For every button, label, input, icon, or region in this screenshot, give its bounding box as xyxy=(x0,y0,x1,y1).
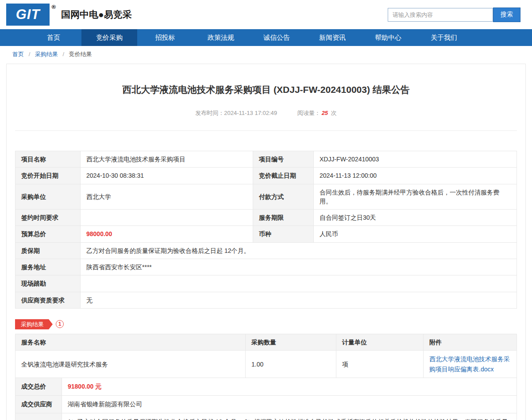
column-header: 服务名称 xyxy=(15,334,246,350)
breadcrumb-current: 竞价结果 xyxy=(69,51,92,57)
info-label: 签约时间要求 xyxy=(15,210,81,226)
nav-item-integrity[interactable]: 诚信公告 xyxy=(249,29,305,46)
site-logo[interactable]: GIT ® xyxy=(6,4,50,26)
result-summary-table: 成交总价 91800.00 元 成交供应商 湖南省银峰新能源有限公司 质保及售后… xyxy=(15,378,517,420)
info-value: 人民币 xyxy=(314,226,517,242)
announcement-card: 西北大学液流电池技术服务采购项目 (XDJJ-FW-202410003) 结果公… xyxy=(6,64,526,420)
column-header: 采购数量 xyxy=(246,334,336,350)
warranty-terms: 1）乙方对合同服务的质量保证期为验收合格后之日起 12 个月。 2）根据甲方按检… xyxy=(62,413,517,420)
table-header-row: 服务名称 采购数量 计量单位 附件 xyxy=(15,334,517,350)
purchase-result-table: 服务名称 采购数量 计量单位 附件 全钒液流电池课题研究技术服务 1.00 项 … xyxy=(15,334,517,378)
search-input[interactable] xyxy=(388,8,493,22)
views-unit: 次 xyxy=(331,110,337,116)
quantity-cell: 1.00 xyxy=(246,351,336,378)
nav-item-help[interactable]: 帮助中心 xyxy=(360,29,416,46)
table-row: 成交总价 91800.00 元 xyxy=(15,378,517,396)
attachment-cell: 西北大学液流电池技术服务采购项目响应偏离表.docx xyxy=(424,351,517,378)
table-row: 质保及售后服务 1）乙方对合同服务的质量保证期为验收合格后之日起 12 个月。 … xyxy=(15,413,517,420)
summary-label: 成交总价 xyxy=(15,378,62,396)
registered-mark-icon: ® xyxy=(51,4,56,10)
table-row: 项目名称 西北大学液流电池技术服务采购项目 项目编号 XDJJ-FW-20241… xyxy=(15,151,517,168)
nav-item-bidding-purchase[interactable]: 竞价采购 xyxy=(81,29,137,46)
purchase-result-section-header: 采购结果 1 xyxy=(15,319,517,329)
column-header: 计量单位 xyxy=(336,334,424,350)
winning-supplier: 湖南省银峰新能源有限公司 xyxy=(62,396,517,413)
info-label: 采购单位 xyxy=(15,184,81,210)
nav-item-home[interactable]: 首页 xyxy=(26,29,81,46)
table-row: 签约时间要求 服务期限 自合同签订之日30天 xyxy=(15,210,517,226)
info-value: 西北大学液流电池技术服务采购项目 xyxy=(81,151,253,168)
purchase-result-ribbon-badge: 采购结果 xyxy=(15,319,53,329)
nav-item-news[interactable]: 新闻资讯 xyxy=(305,29,360,46)
nav-item-tender[interactable]: 招投标 xyxy=(137,29,193,46)
table-row: 预算总价 98000.00 币种 人民币 xyxy=(15,226,517,242)
info-value: 2024-11-13 12:00:00 xyxy=(314,168,517,184)
unit-cell: 项 xyxy=(336,351,424,378)
attachment-link[interactable]: 西北大学液流电池技术服务采购项目响应偏离表.docx xyxy=(429,355,510,372)
info-label: 币种 xyxy=(253,226,314,242)
deal-total-price: 91800.00 元 xyxy=(62,378,517,396)
info-value: 无 xyxy=(81,292,517,308)
info-label: 预算总价 xyxy=(15,226,81,242)
table-row: 成交供应商 湖南省银峰新能源有限公司 xyxy=(15,396,517,413)
column-header: 附件 xyxy=(424,334,517,350)
info-value: XDJJ-FW-202410003 xyxy=(314,151,517,168)
info-label: 付款方式 xyxy=(253,184,314,210)
table-row: 质保期 乙方对合同服务的质量保证期为验收合格后之日起 12个月。 xyxy=(15,242,517,259)
info-value: 自合同签订之日30天 xyxy=(314,210,517,226)
table-row: 供应商资质要求 无 xyxy=(15,292,517,308)
info-label: 现场踏勘 xyxy=(15,275,81,292)
info-label: 项目名称 xyxy=(15,151,81,168)
table-row: 服务地址 陕西省西安市长安区**** xyxy=(15,259,517,275)
article-header: 西北大学液流电池技术服务采购项目 (XDJJ-FW-202410003) 结果公… xyxy=(15,64,517,131)
search-bar: 搜索 xyxy=(388,8,520,22)
breadcrumb-separator: / xyxy=(63,51,65,57)
table-row: 采购单位 西北大学 付款方式 合同生效后，待服务期满并经甲方验收合格后，一次性付… xyxy=(15,184,517,210)
info-label: 竞价开始日期 xyxy=(15,168,81,184)
info-value: 合同生效后，待服务期满并经甲方验收合格后，一次性付清服务费用。 xyxy=(314,184,517,210)
project-info-table: 项目名称 西北大学液流电池技术服务采购项目 项目编号 XDJJ-FW-20241… xyxy=(15,151,517,309)
info-value: 2024-10-30 08:38:31 xyxy=(81,168,253,184)
budget-total-value: 98000.00 xyxy=(81,226,253,242)
breadcrumb-home-link[interactable]: 首页 xyxy=(12,51,24,57)
top-header: GIT ® 国网中电●易竞采 搜索 xyxy=(0,0,532,29)
summary-label: 成交供应商 xyxy=(15,396,62,413)
service-name-cell: 全钒液流电池课题研究技术服务 xyxy=(15,351,246,378)
main-nav: 首页 竞价采购 招投标 政策法规 诚信公告 新闻资讯 帮助中心 关于我们 xyxy=(0,29,532,46)
info-value: 陕西省西安市长安区**** xyxy=(81,259,517,275)
publish-time-label: 发布时间： xyxy=(195,110,224,116)
breadcrumb: 首页 / 采购结果 / 竞价结果 xyxy=(0,46,532,62)
info-value: 西北大学 xyxy=(81,184,253,210)
table-row: 现场踏勘 xyxy=(15,275,517,292)
page-title: 西北大学液流电池技术服务采购项目 (XDJJ-FW-202410003) 结果公… xyxy=(15,84,517,96)
nav-item-about[interactable]: 关于我们 xyxy=(416,29,472,46)
summary-label: 质保及售后服务 xyxy=(15,413,62,420)
info-label: 项目编号 xyxy=(253,151,314,168)
info-value: 乙方对合同服务的质量保证期为验收合格后之日起 12个月。 xyxy=(81,242,517,259)
result-number-badge: 1 xyxy=(56,320,64,328)
views-count: 25 xyxy=(322,110,328,116)
breadcrumb-purchase-results-link[interactable]: 采购结果 xyxy=(35,51,58,57)
breadcrumb-separator: / xyxy=(29,51,31,57)
table-row: 全钒液流电池课题研究技术服务 1.00 项 西北大学液流电池技术服务采购项目响应… xyxy=(15,351,517,378)
info-value xyxy=(81,275,517,292)
info-label: 供应商资质要求 xyxy=(15,292,81,308)
table-row: 竞价开始日期 2024-10-30 08:38:31 竞价截止日期 2024-1… xyxy=(15,168,517,184)
info-value xyxy=(81,210,253,226)
info-label: 质保期 xyxy=(15,242,81,259)
info-label: 竞价截止日期 xyxy=(253,168,314,184)
views-label: 阅读量： xyxy=(297,110,320,116)
info-label: 服务期限 xyxy=(253,210,314,226)
site-name: 国网中电●易竞采 xyxy=(61,8,132,21)
publish-time-value: 2024-11-13 17:02:49 xyxy=(224,110,277,116)
article-meta: 发布时间：2024-11-13 17:02:49 阅读量：25 次 xyxy=(15,109,517,117)
info-label: 服务地址 xyxy=(15,259,81,275)
nav-item-policy[interactable]: 政策法规 xyxy=(193,29,249,46)
logo-text: GIT xyxy=(16,7,40,23)
search-button[interactable]: 搜索 xyxy=(493,8,520,22)
